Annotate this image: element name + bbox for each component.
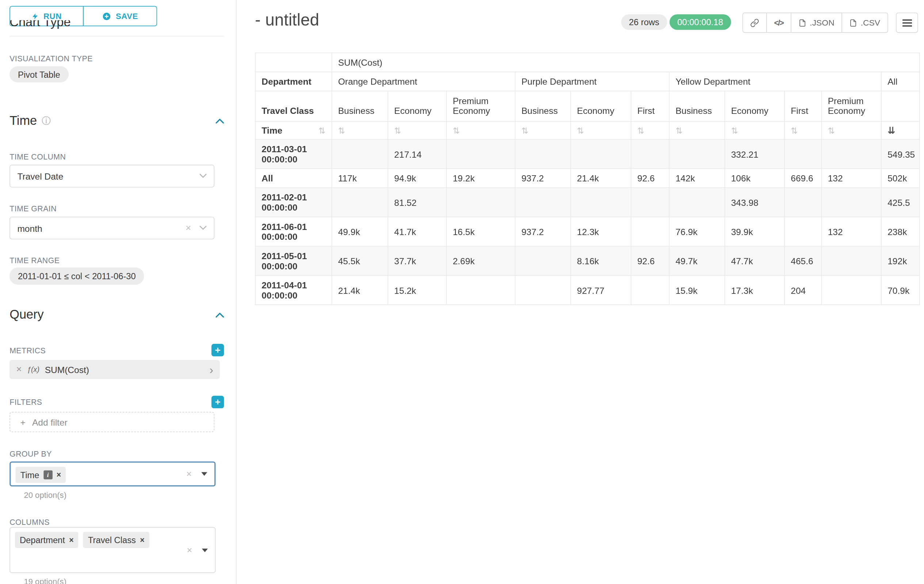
pivot-cell: 49.7k [669, 247, 724, 276]
sort-icon[interactable]: ⇅ [637, 126, 644, 135]
sort-header[interactable]: ⇅ [631, 122, 670, 140]
pivot-row: 2011-05-01 00:00:0045.5k37.7k2.69k8.16k9… [255, 247, 920, 276]
pivot-cell [631, 140, 670, 169]
sort-header[interactable]: ⇅ [332, 122, 388, 140]
pivot-table: SUM(Cost) Department Orange DepartmentPu… [255, 53, 920, 305]
add-metric-button[interactable]: + [211, 344, 224, 356]
sort-header[interactable]: ⇅ [571, 122, 631, 140]
sort-icon[interactable]: ⇅ [453, 126, 460, 135]
csv-button-label: .CSV [861, 18, 880, 27]
sort-icon[interactable]: ⇅ [318, 126, 325, 135]
sort-header[interactable]: ⇅ [822, 122, 881, 140]
department-group-header: Yellow Department [669, 72, 881, 91]
pivot-cell [332, 140, 388, 169]
time-range-pill[interactable]: 2011-01-01 ≤ col < 2011-06-30 [10, 268, 144, 285]
remove-chip-icon[interactable]: × [140, 536, 144, 544]
pivot-cell [631, 276, 670, 305]
plus-icon: + [20, 417, 26, 427]
metric-header-row: SUM(Cost) [255, 53, 920, 72]
pivot-cell [669, 188, 724, 217]
pivot-cell: 39.9k [725, 217, 785, 246]
remove-metric-icon[interactable]: × [16, 365, 21, 374]
row-header: 2011-05-01 00:00:00 [255, 247, 332, 276]
filters-label: FILTERS [10, 398, 42, 406]
copy-link-button[interactable] [742, 12, 767, 33]
pivot-cell [822, 247, 881, 276]
pivot-cell: 92.6 [631, 169, 670, 188]
view-query-button[interactable]: </> [766, 12, 791, 33]
pivot-cell [822, 140, 881, 169]
time-sort-header[interactable]: Time ⇅ [255, 122, 332, 140]
query-section-header[interactable]: Query [10, 307, 224, 322]
sort-header[interactable]: ⇅ [515, 122, 571, 140]
sort-header[interactable]: ⇊ [881, 122, 920, 140]
section-divider [10, 36, 224, 36]
time-section-title: Time [10, 114, 37, 128]
chevron-up-icon[interactable] [216, 118, 224, 123]
sort-icon[interactable]: ⇅ [676, 126, 683, 135]
metric-chip[interactable]: × ƒ(x) SUM(Cost) › [10, 360, 220, 379]
pivot-cell: 45.5k [332, 247, 388, 276]
clear-icon[interactable]: × [186, 469, 192, 479]
columns-options-count: 19 option(s) [24, 577, 66, 584]
pivot-cell [571, 140, 631, 169]
pivot-cell [822, 276, 881, 305]
sort-header[interactable]: ⇅ [784, 122, 822, 140]
sort-header[interactable]: ⇅ [388, 122, 446, 140]
pivot-cell [446, 140, 515, 169]
pivot-cell: 12.3k [571, 217, 631, 246]
sort-icon[interactable]: ⇅ [828, 126, 835, 135]
sort-icon[interactable]: ⇅ [731, 126, 738, 135]
pivot-cell [446, 188, 515, 217]
columns-chip[interactable]: Department × [15, 532, 79, 548]
sort-header[interactable]: ⇅ [446, 122, 515, 140]
pivot-cell: 937.2 [515, 169, 571, 188]
sort-icon[interactable]: ⇅ [338, 126, 345, 135]
department-group-header: Purple Department [515, 72, 670, 91]
time-section-header[interactable]: Time ⓘ [10, 114, 224, 128]
remove-chip-icon[interactable]: × [57, 471, 61, 479]
time-grain-select[interactable]: month × [10, 217, 214, 239]
group-by-select[interactable]: Time i × × [10, 461, 216, 487]
travel-class-header: Economy [388, 91, 446, 121]
department-header-row: Department Orange DepartmentPurple Depar… [255, 72, 920, 91]
chevron-up-icon[interactable] [216, 312, 224, 317]
pivot-row: 2011-02-01 00:00:0081.52343.98425.5 [255, 188, 920, 217]
export-csv-button[interactable]: .CSV [842, 12, 888, 33]
caret-right-icon[interactable]: › [209, 364, 213, 375]
time-column-select[interactable]: Travel Date [10, 165, 214, 187]
clear-icon[interactable]: × [186, 545, 192, 555]
row-count-badge: 26 rows [621, 14, 667, 30]
export-button-group: </> .JSON .CSV [742, 12, 888, 33]
sort-icon[interactable]: ⇅ [791, 126, 798, 135]
clear-icon[interactable]: × [186, 224, 191, 233]
pivot-cell: 15.2k [388, 276, 446, 305]
columns-select[interactable]: Department × Travel Class × × [10, 527, 216, 573]
pivot-cell: 332.21 [725, 140, 785, 169]
chip-label: Travel Class [88, 535, 136, 545]
pivot-cell: 21.4k [571, 169, 631, 188]
query-section-title: Query [10, 307, 44, 322]
sort-icon[interactable]: ⇅ [577, 126, 584, 135]
add-filter-button[interactable]: + Add filter [10, 412, 214, 432]
remove-chip-icon[interactable]: × [69, 536, 73, 544]
pivot-cell: 106k [725, 169, 785, 188]
time-range-label: TIME RANGE [10, 256, 59, 265]
columns-chip[interactable]: Travel Class × [83, 532, 149, 548]
pivot-cell [515, 276, 571, 305]
group-by-chip[interactable]: Time i × [16, 467, 66, 483]
pivot-cell [631, 188, 670, 217]
sort-desc-icon[interactable]: ⇊ [888, 125, 895, 135]
sort-icon[interactable]: ⇅ [394, 126, 401, 135]
export-json-button[interactable]: .JSON [791, 12, 842, 33]
pivot-cell: 669.6 [784, 169, 822, 188]
sort-icon[interactable]: ⇅ [521, 126, 528, 135]
add-filter-plus-button[interactable]: + [211, 396, 224, 408]
plus-circle-icon [102, 12, 111, 21]
sort-header[interactable]: ⇅ [725, 122, 785, 140]
more-options-button[interactable] [896, 12, 918, 33]
visualization-type-pill[interactable]: Pivot Table [10, 66, 68, 82]
sort-header[interactable]: ⇅ [669, 122, 724, 140]
time-column-label: TIME COLUMN [10, 152, 66, 161]
pivot-cell: 19.2k [446, 169, 515, 188]
